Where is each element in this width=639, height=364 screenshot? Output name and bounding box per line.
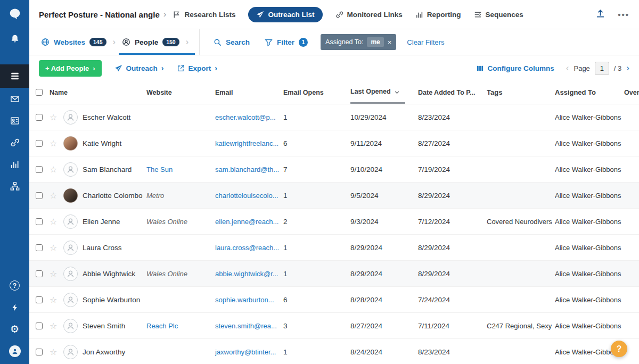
app-logo[interactable] <box>0 0 29 28</box>
table-row[interactable]: ☆ Sophie Warburton sophie.warburton... 6… <box>29 287 639 313</box>
cell-name[interactable]: Ellen Jenne <box>83 218 146 226</box>
star-icon[interactable]: ☆ <box>50 269 63 279</box>
col-email[interactable]: Email <box>215 81 283 104</box>
cell-name[interactable]: Sophie Warburton <box>83 296 146 304</box>
row-checkbox[interactable] <box>34 269 50 279</box>
cell-email-link[interactable]: escher.walcott@p... <box>215 113 283 121</box>
table-row[interactable]: ☆ Abbie Wightwick Wales Online abbie.wig… <box>29 261 639 287</box>
cell-name[interactable]: Charlotte Colombo <box>83 192 146 200</box>
star-icon[interactable]: ☆ <box>50 347 63 357</box>
row-checkbox[interactable] <box>34 243 50 253</box>
cell-email-link[interactable]: ellen.jenne@reach... <box>215 218 283 226</box>
cell-email-link[interactable]: sophie.warburton... <box>215 296 283 304</box>
cell-website[interactable]: Reach Plc <box>146 322 215 330</box>
row-checkbox[interactable] <box>34 321 50 331</box>
sidebar-item-links[interactable] <box>0 131 29 153</box>
star-icon[interactable]: ☆ <box>50 217 63 227</box>
cell-name[interactable]: Steven Smith <box>83 322 146 330</box>
cell-name[interactable]: Escher Walcott <box>83 113 146 121</box>
activity-bolt-icon[interactable] <box>0 296 29 318</box>
sidebar-item-inbox[interactable] <box>0 88 29 110</box>
star-icon[interactable]: ☆ <box>50 191 63 201</box>
star-icon[interactable]: ☆ <box>50 243 63 253</box>
cell-name[interactable]: Sam Blanchard <box>83 166 146 173</box>
row-checkbox[interactable] <box>34 164 50 175</box>
export-button[interactable]: Export › <box>177 64 217 72</box>
cell-name[interactable]: Laura Cross <box>83 244 146 252</box>
col-email-opens[interactable]: Email Opens <box>283 81 350 104</box>
clear-filters-link[interactable]: Clear Filters <box>407 38 444 46</box>
select-all-checkbox[interactable] <box>34 81 50 104</box>
search-button[interactable]: Search <box>214 38 250 46</box>
table-row[interactable]: ☆ Escher Walcott escher.walcott@p... 1 1… <box>29 104 639 130</box>
cell-email-link[interactable]: steven.smith@rea... <box>215 322 283 330</box>
page-next-icon[interactable]: › <box>626 63 629 73</box>
cell-email-link[interactable]: jaxworthy@btinter... <box>215 348 283 356</box>
tab-people[interactable]: People 150 › <box>122 29 195 55</box>
table-row[interactable]: ☆ Sam Blanchard The Sun sam.blanchard@th… <box>29 156 639 183</box>
configure-columns-button[interactable]: Configure Columns <box>476 64 554 72</box>
cell-website[interactable]: The Sun <box>146 166 215 173</box>
user-avatar-icon[interactable] <box>0 340 29 362</box>
star-icon[interactable]: ☆ <box>50 112 63 122</box>
row-checkbox[interactable] <box>34 347 50 357</box>
page-number-input[interactable] <box>595 62 609 75</box>
col-overview[interactable]: Over <box>624 81 639 104</box>
help-icon[interactable]: ? <box>0 275 29 296</box>
nav-outreach-list[interactable]: Outreach List <box>248 7 322 22</box>
cell-website[interactable]: Wales Online <box>146 270 215 278</box>
cell-email-link[interactable]: sam.blanchard@th... <box>215 166 283 173</box>
nav-research-lists[interactable]: Research Lists <box>173 11 235 19</box>
table-row[interactable]: ☆ Charlotte Colombo Metro charlottelouis… <box>29 183 639 209</box>
sidebar-item-contacts[interactable] <box>0 110 29 131</box>
cell-website[interactable]: Metro <box>146 192 215 200</box>
nav-reporting[interactable]: Reporting <box>415 11 461 19</box>
col-assigned-to[interactable]: Assigned To <box>555 81 624 104</box>
page-prev-icon[interactable]: ‹ <box>566 63 569 73</box>
nav-monitored-links[interactable]: Monitored Links <box>335 11 403 19</box>
sidebar-item-reporting[interactable] <box>0 153 29 175</box>
table-row[interactable]: ☆ Ellen Jenne Wales Online ellen.jenne@r… <box>29 209 639 235</box>
sidebar-item-relationships[interactable] <box>0 175 29 197</box>
col-last-opened[interactable]: Last Opened <box>350 81 418 104</box>
outreach-button[interactable]: Outreach › <box>114 64 164 72</box>
page-title[interactable]: Perfect Posture - National angle <box>39 10 160 19</box>
settings-gear-icon[interactable]: ⚙ <box>0 318 29 340</box>
col-name[interactable]: Name <box>50 81 146 104</box>
col-date-added[interactable]: Date Added To P... <box>418 81 487 104</box>
row-checkbox[interactable] <box>34 138 50 148</box>
row-checkbox[interactable] <box>34 217 50 227</box>
cell-name[interactable]: Abbie Wightwick <box>83 270 146 278</box>
sidebar-item-lists[interactable] <box>0 64 29 88</box>
nav-sequences[interactable]: Sequences <box>474 11 523 19</box>
table-row[interactable]: ☆ Steven Smith Reach Plc steven.smith@re… <box>29 313 639 339</box>
table-row[interactable]: ☆ Jon Axworthy jaxworthy@btinter... 1 8/… <box>29 339 639 364</box>
star-icon[interactable]: ☆ <box>50 321 63 331</box>
row-checkbox[interactable] <box>34 112 50 122</box>
notifications-bell-icon[interactable] <box>0 28 29 49</box>
table-row[interactable]: ☆ Katie Wright katiewrightfreelanc... 6 … <box>29 130 639 156</box>
add-people-button[interactable]: + Add People › <box>39 60 102 77</box>
cell-website[interactable]: Wales Online <box>146 218 215 226</box>
row-checkbox[interactable] <box>34 191 50 201</box>
col-tags[interactable]: Tags <box>487 81 555 104</box>
cell-email-link[interactable]: katiewrightfreelanc... <box>215 139 283 147</box>
cell-email-link[interactable]: charlottelouisecolo... <box>215 192 283 200</box>
assigned-to-filter-chip[interactable]: Assigned To: me × <box>321 34 396 50</box>
cell-email-link[interactable]: abbie.wightwick@r... <box>215 270 283 278</box>
table-row[interactable]: ☆ Laura Cross laura.cross@reach... 1 8/2… <box>29 235 639 261</box>
col-website[interactable]: Website <box>146 81 215 104</box>
row-checkbox[interactable] <box>34 295 50 305</box>
star-icon[interactable]: ☆ <box>50 138 63 148</box>
close-icon[interactable]: × <box>388 38 392 46</box>
cell-email-link[interactable]: laura.cross@reach... <box>215 244 283 252</box>
help-beacon-button[interactable]: ? <box>611 341 627 357</box>
tab-websites[interactable]: Websites 145 <box>41 29 106 55</box>
more-menu-icon[interactable]: ••• <box>618 10 629 19</box>
star-icon[interactable]: ☆ <box>50 164 63 175</box>
upload-icon[interactable] <box>596 9 605 20</box>
filter-button[interactable]: Filter 1 <box>265 38 308 47</box>
cell-name[interactable]: Katie Wright <box>83 139 146 147</box>
star-icon[interactable]: ☆ <box>50 295 63 305</box>
cell-name[interactable]: Jon Axworthy <box>83 348 146 356</box>
